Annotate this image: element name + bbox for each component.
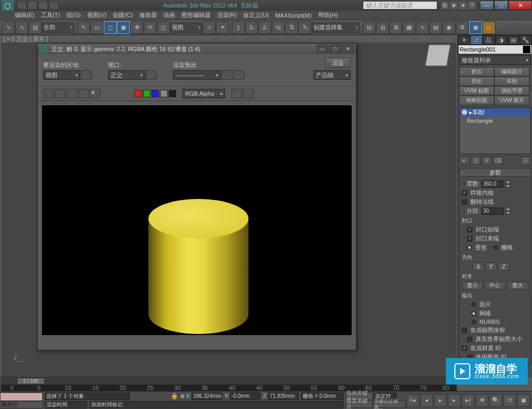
keyfilter-button[interactable]: 关键点过滤器... xyxy=(373,400,405,408)
clone-image-icon[interactable] xyxy=(66,89,77,98)
axis-z-button[interactable]: Z xyxy=(498,262,510,271)
layers-icon[interactable]: ≣ xyxy=(389,21,402,34)
menu-item[interactable]: MAXScript(M) xyxy=(275,12,311,19)
hierarchy-tab-icon[interactable]: 品 xyxy=(483,35,495,45)
maximize-button[interactable]: □ xyxy=(494,1,508,10)
goto-line-field[interactable]: 所在行: xyxy=(0,401,43,408)
clear-icon[interactable]: ✕ xyxy=(90,89,101,98)
rfw-minimize-button[interactable]: — xyxy=(317,45,328,53)
cap-start-checkbox[interactable]: ✓ xyxy=(467,227,472,232)
unlink-icon[interactable]: ∿ xyxy=(15,21,28,34)
render-output[interactable] xyxy=(42,105,352,335)
qat-btn[interactable] xyxy=(28,1,37,10)
menu-item[interactable]: 帮助(H) xyxy=(318,11,338,19)
setkey-button[interactable]: 设置关键点 xyxy=(346,400,372,408)
search-input[interactable]: 键入关键字或短语 xyxy=(363,1,437,10)
rotate-icon[interactable]: ⟳ xyxy=(144,21,156,34)
configure-icon[interactable]: ☰ xyxy=(520,156,531,165)
gen-uv-checkbox[interactable] xyxy=(462,328,467,333)
nav-orbit-icon[interactable]: ⟳ xyxy=(503,394,516,407)
rollout-header[interactable]: 参数 xyxy=(459,168,531,177)
mod-btn[interactable]: UVW 贴图 xyxy=(459,86,494,96)
scale-icon[interactable]: ◫ xyxy=(157,21,170,34)
menu-item[interactable]: 工具(T) xyxy=(41,11,60,19)
motion-tab-icon[interactable]: ◑ xyxy=(495,35,508,45)
nav-pan-icon[interactable]: ✥ xyxy=(476,394,488,407)
remove-mod-icon[interactable]: ⌫ xyxy=(493,156,503,165)
menu-item[interactable]: 组(G) xyxy=(66,11,81,19)
app-logo[interactable]: ◯ xyxy=(1,0,14,11)
mesh-radio[interactable] xyxy=(471,311,476,316)
utility-tab-icon[interactable]: 🔧 xyxy=(520,35,532,45)
menu-item[interactable]: 图形编辑器 xyxy=(181,11,211,19)
rfw-titlebar[interactable]: 正交, 帧 0, 显示 gamma: 2.2, RGBA 颜色 16 位/通道 … xyxy=(38,44,356,54)
green-channel-icon[interactable] xyxy=(143,90,151,97)
axis-y-button[interactable]: Y xyxy=(485,262,497,271)
mod-btn[interactable]: 倒角剖面 xyxy=(459,96,494,105)
viewport-select[interactable]: 正交 xyxy=(108,70,145,80)
render-button[interactable]: 渲染 xyxy=(325,57,351,68)
mono-channel-icon[interactable] xyxy=(169,90,176,97)
prev-frame-icon[interactable]: ◂ xyxy=(420,394,433,407)
morph-radio[interactable] xyxy=(467,245,472,250)
qat-btn[interactable] xyxy=(38,1,48,10)
spinner-arrows[interactable]: ▴▾ xyxy=(505,180,511,188)
material-editor-icon[interactable]: ◉ xyxy=(443,21,455,34)
dope-sheet-icon[interactable]: ▤ xyxy=(429,21,442,34)
gen-matid-checkbox[interactable]: ✓ xyxy=(462,346,467,351)
rendered-frame-icon[interactable]: ▣ xyxy=(469,21,482,34)
real-world-checkbox[interactable] xyxy=(467,337,472,342)
modifier-list-drop[interactable]: 修改器列表 xyxy=(459,55,531,65)
percent-snap-icon[interactable]: % xyxy=(272,21,285,34)
mod-btn[interactable]: 挤出 xyxy=(459,67,494,77)
env-button[interactable] xyxy=(222,70,232,80)
goto-end-icon[interactable]: ▸I xyxy=(462,394,475,407)
snap2-icon[interactable]: 2 xyxy=(232,21,245,34)
time-slider-track[interactable]: 0 / 100 xyxy=(1,378,456,385)
curve-editor-icon[interactable]: ∿ xyxy=(416,21,429,34)
viewcube[interactable] xyxy=(423,43,452,71)
weld-core-checkbox[interactable]: ✓ xyxy=(462,190,467,196)
alpha-channel-icon[interactable] xyxy=(160,90,168,97)
infolink-icon[interactable]: ⚙ xyxy=(440,1,449,10)
render-icon[interactable]: 🫖 xyxy=(483,21,495,34)
menu-item[interactable]: 动画 xyxy=(163,11,175,19)
pivot-icon[interactable]: ⊹ xyxy=(203,21,215,34)
rfw-maximize-button[interactable]: □ xyxy=(329,45,341,53)
mod-btn[interactable]: 涡轮平滑 xyxy=(494,86,529,96)
modify-tab-icon[interactable]: ↗ xyxy=(470,35,483,45)
mod-btn[interactable]: UVW 展开 xyxy=(494,96,529,105)
named-sel-drop[interactable]: 创建选择集 xyxy=(312,22,360,33)
script-listener[interactable]: 所在行: xyxy=(0,393,43,408)
goto-start-icon[interactable]: I◂ xyxy=(406,394,419,407)
menu-item[interactable]: 创建(C) xyxy=(113,11,132,19)
select-rect-icon[interactable]: ◻ xyxy=(104,21,117,34)
axis-x-button[interactable]: X xyxy=(472,262,484,271)
object-color-swatch[interactable] xyxy=(523,46,530,53)
minimize-button[interactable]: — xyxy=(480,1,494,10)
mod-btn[interactable]: 编辑面片 xyxy=(494,67,529,77)
patch-radio[interactable] xyxy=(471,302,476,307)
comm-icon[interactable]: ★ xyxy=(450,1,458,10)
menu-item[interactable]: 渲染(R) xyxy=(217,11,237,19)
print-icon[interactable] xyxy=(78,89,89,98)
make-unique-icon[interactable]: ∀ xyxy=(481,156,492,165)
bind-icon[interactable]: ⛓ xyxy=(29,21,41,34)
stack-item[interactable]: Rectangle xyxy=(460,116,530,125)
time-slider-thumb[interactable]: 0 / 100 xyxy=(17,378,45,385)
select-icon[interactable]: ↖ xyxy=(77,21,90,34)
lock-button[interactable] xyxy=(146,70,157,80)
next-frame-icon[interactable]: ▸ xyxy=(448,394,461,407)
refsys-drop[interactable]: 视图 xyxy=(170,22,202,33)
window-crossing-icon[interactable]: ▣ xyxy=(117,21,130,34)
selection-filter-drop[interactable]: 全部 xyxy=(42,22,74,33)
nav-max-icon[interactable]: ▣ xyxy=(517,394,530,407)
segments-spinner[interactable]: 30 xyxy=(481,207,504,215)
spinner-snap-icon[interactable]: ⇅ xyxy=(285,21,298,34)
spinner-arrows[interactable]: ▴▾ xyxy=(505,207,511,215)
show-end-result-icon[interactable]: || xyxy=(470,156,481,165)
align-max-button[interactable]: 最大 xyxy=(507,281,528,290)
blue-channel-icon[interactable] xyxy=(152,90,159,97)
qat-btn[interactable] xyxy=(17,1,27,10)
nurbs-radio[interactable] xyxy=(471,320,476,324)
